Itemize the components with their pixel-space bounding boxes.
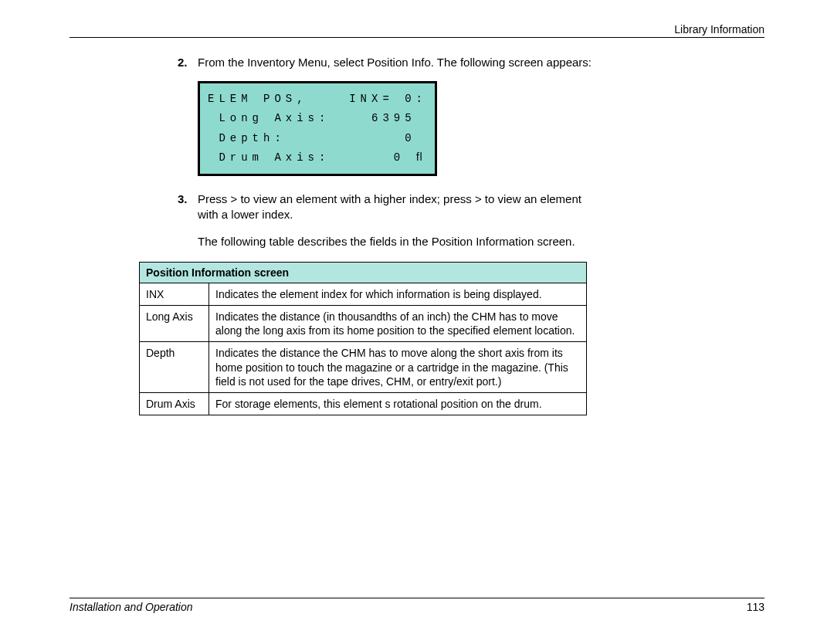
table-desc: Indicates the distance the CHM has to mo… xyxy=(209,342,587,393)
lcd-row-2: Long Axis: 6395 xyxy=(208,109,427,128)
step-number: 3. xyxy=(178,192,198,223)
lcd-r4-right: 0 ﬂ xyxy=(394,148,427,168)
lcd-r2-left: Long Axis: xyxy=(208,109,330,128)
table-row: INX Indicates the element index for whic… xyxy=(140,283,587,305)
table-desc: Indicates the distance (in thousandths o… xyxy=(209,305,587,341)
lcd-display: ELEM POS, INX= 0: Long Axis: 6395 Depth:… xyxy=(198,81,437,176)
paragraph-table-intro: The following table describes the fields… xyxy=(198,234,595,249)
table-field: Depth xyxy=(140,342,209,393)
lcd-r3-right: 0 xyxy=(405,129,427,148)
footer-title: Installation and Operation xyxy=(70,601,193,613)
step-text: Press > to view an element with a higher… xyxy=(198,192,595,223)
lcd-row-4: Drum Axis: 0 ﬂ xyxy=(208,148,427,168)
header-section: Library Information xyxy=(674,23,764,36)
lcd-row-1: ELEM POS, INX= 0: xyxy=(208,90,427,109)
table-row: Depth Indicates the distance the CHM has… xyxy=(140,342,587,393)
page-header: Library Information xyxy=(70,23,764,38)
table-field: INX xyxy=(140,283,209,305)
table-field: Drum Axis xyxy=(140,392,209,415)
lcd-r4-left: Drum Axis: xyxy=(208,148,330,168)
lcd-r2-right: 6395 xyxy=(371,109,427,128)
table-desc: For storage elements, this element s rot… xyxy=(209,392,587,415)
main-body: 2. From the Inventory Menu, select Posit… xyxy=(178,55,595,415)
table-row: Long Axis Indicates the distance (in tho… xyxy=(140,305,587,341)
step-2: 2. From the Inventory Menu, select Posit… xyxy=(178,55,595,70)
table-row: Drum Axis For storage elements, this ele… xyxy=(140,392,587,415)
lcd-r1-right: INX= 0: xyxy=(349,90,427,109)
lcd-row-3: Depth: 0 xyxy=(208,129,427,148)
footer-page-number: 113 xyxy=(747,601,764,613)
lcd-r3-left: Depth: xyxy=(208,129,286,148)
step-number: 2. xyxy=(178,55,198,70)
table-desc: Indicates the element index for which in… xyxy=(209,283,587,305)
position-info-table: Position Information screen INX Indicate… xyxy=(139,262,587,415)
page-footer: Installation and Operation 113 xyxy=(70,598,764,613)
lcd-r1-left: ELEM POS, xyxy=(208,90,308,109)
step-3: 3. Press > to view an element with a hig… xyxy=(178,192,595,223)
table-title: Position Information screen xyxy=(140,262,587,283)
step-text: From the Inventory Menu, select Position… xyxy=(198,55,592,70)
table-field: Long Axis xyxy=(140,305,209,341)
